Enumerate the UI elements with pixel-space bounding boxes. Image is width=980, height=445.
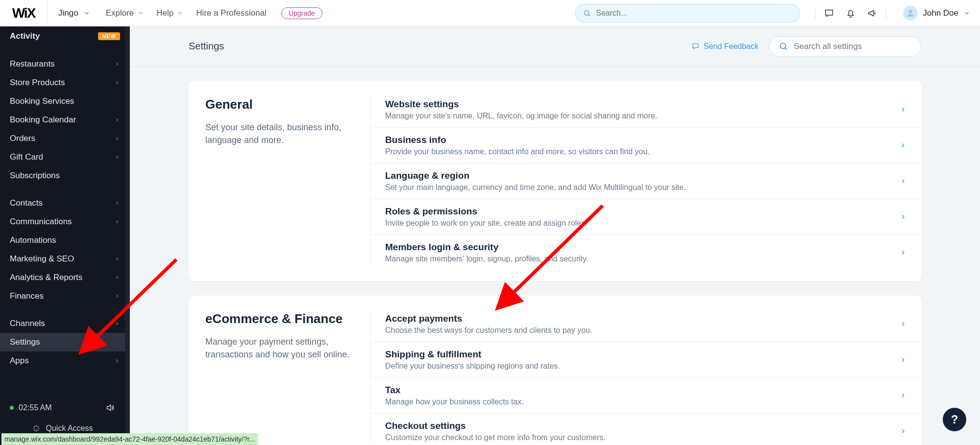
chevron-right-icon [900,106,906,113]
chevron-right-icon [114,256,120,262]
chat-icon[interactable] [818,4,840,22]
status-bar-url: manage.wix.com/dashboard/992eda94-ac72-4… [1,433,258,445]
sidebar-item-booking-calendar[interactable]: Booking Calendar [0,111,130,129]
setting-row-checkout-settings[interactable]: Checkout settingsCustomize your checkout… [370,414,921,444]
megaphone-icon[interactable] [861,4,883,22]
sidebar-item-automations[interactable]: Automations [0,231,130,250]
section-title: General [205,97,353,112]
section-title: eCommerce & Finance [205,311,353,327]
section-description: Manage your payment settings, transactio… [205,335,352,361]
top-menu-explore[interactable]: Explore [106,8,144,18]
sidebar-item-communications[interactable]: Communications [0,212,130,231]
sparkle-icon [32,424,41,433]
settings-header: Settings Send Feedback [130,26,980,67]
top-menu-label: Hire a Professional [196,8,267,18]
setting-subtitle: Manage your site's name, URL, favicon, o… [385,112,657,120]
sidebar-item-booking-services[interactable]: Booking Services [0,92,130,111]
setting-subtitle: Choose the best ways for customers and c… [385,326,592,335]
help-bubble-button[interactable]: ? [943,408,966,431]
settings-search-input[interactable] [794,42,912,51]
top-menu: Explore Help Hire a Professional Upgrade [101,7,322,19]
sidebar-item-settings[interactable]: Settings [0,333,130,351]
setting-subtitle: Manage site members' login, signup, prof… [385,255,588,263]
wix-logo[interactable]: WiX [0,0,48,26]
sidebar-scrollbar[interactable] [125,26,130,445]
sidebar-item-marketing-seo[interactable]: Marketing & SEO [0,250,130,268]
sidebar-item-subscriptions[interactable]: Subscriptions [0,166,130,185]
global-search-input[interactable] [596,9,792,18]
setting-row-website-settings[interactable]: Website settingsManage your site's name,… [370,97,921,128]
global-search[interactable] [575,4,800,23]
chevron-right-icon [114,358,120,364]
chevron-right-icon [900,356,906,363]
setting-row-business-info[interactable]: Business infoProvide your business name,… [370,128,921,164]
setting-row-language-region[interactable]: Language & regionSet your main language,… [370,164,921,199]
user-menu[interactable]: John Doe [889,6,980,21]
top-menu-help[interactable]: Help [156,8,183,18]
sidebar-item-channels[interactable]: Channels [0,314,130,333]
setting-title: Shipping & fulfillment [385,349,560,360]
sidebar-item-label: Automations [10,235,56,245]
setting-title: Checkout settings [385,421,606,431]
setting-row-shipping-fulfillment[interactable]: Shipping & fulfillmentDefine your busine… [370,342,921,378]
top-menu-hire[interactable]: Hire a Professional [196,8,267,18]
sidebar-item-restaurants[interactable]: Restaurants [0,55,130,73]
setting-subtitle: Customize your checkout to get more info… [385,433,606,442]
sidebar-item-gift-card[interactable]: Gift Card [0,148,130,166]
sidebar-item-label: Apps [10,356,29,366]
separator [886,7,886,20]
setting-subtitle: Define your business's shipping regions … [385,362,560,371]
sidebar-item-label: Activity [10,31,40,41]
setting-row-members-login-security[interactable]: Members login & securityManage site memb… [370,235,921,265]
chevron-right-icon [114,293,120,299]
page-title: Settings [189,41,224,52]
setting-title: Tax [385,385,524,396]
chevron-right-icon [900,178,906,185]
new-badge: NEW [98,32,120,40]
chevron-right-icon [114,117,120,123]
svg-point-2 [780,43,785,48]
bell-icon[interactable] [840,4,861,22]
status-dot-icon [10,406,14,410]
setting-row-tax[interactable]: TaxManage how your business collects tax… [370,378,921,414]
setting-subtitle: Provide your business name, contact info… [385,147,650,156]
sidebar-item-label: Booking Services [10,96,74,106]
sidebar-time: 02:55 AM [19,403,52,412]
top-bar: WiX Jingo Explore Help Hire a Profession… [0,0,980,26]
user-name: John Doe [923,8,958,18]
setting-title: Business info [385,135,650,145]
setting-title: Website settings [385,99,657,110]
send-feedback-link[interactable]: Send Feedback [691,42,759,51]
chevron-down-icon [137,10,144,16]
upgrade-button[interactable]: Upgrade [281,7,322,19]
sidebar-footer: 02:55 AM [0,398,125,418]
send-feedback-label: Send Feedback [704,42,759,51]
sidebar-item-analytics-reports[interactable]: Analytics & Reports [0,268,130,287]
sidebar-item-finances[interactable]: Finances [0,287,130,305]
chevron-right-icon [900,249,906,256]
svg-point-1 [909,10,912,13]
sidebar-item-label: Booking Calendar [10,115,76,125]
sidebar-item-apps[interactable]: Apps [0,351,130,370]
sidebar: Activity NEW RestaurantsStore ProductsBo… [0,26,130,445]
settings-content: GeneralSet your site details, business i… [130,67,980,445]
sidebar-item-label: Finances [10,291,44,301]
chevron-right-icon [114,154,120,160]
setting-row-accept-payments[interactable]: Accept paymentsChoose the best ways for … [370,311,921,342]
sidebar-item-store-products[interactable]: Store Products [0,73,130,92]
chevron-down-icon [963,10,970,17]
settings-search[interactable] [769,36,921,57]
setting-title: Roles & permissions [385,206,588,217]
setting-row-roles-permissions[interactable]: Roles & permissionsInvite people to work… [370,199,921,235]
svg-point-0 [585,10,589,15]
sidebar-item-label: Store Products [10,78,65,88]
sidebar-item-orders[interactable]: Orders [0,129,130,148]
sidebar-item-activity[interactable]: Activity NEW [0,26,130,46]
sidebar-item-contacts[interactable]: Contacts [0,194,130,212]
site-switcher[interactable]: Jingo [48,8,101,18]
top-menu-label: Explore [106,8,134,18]
main-area: Settings Send Feedback GeneralSet your s… [130,26,980,445]
setting-subtitle: Invite people to work on your site, crea… [385,219,588,228]
volume-icon[interactable] [105,403,115,413]
chevron-right-icon [114,321,120,327]
